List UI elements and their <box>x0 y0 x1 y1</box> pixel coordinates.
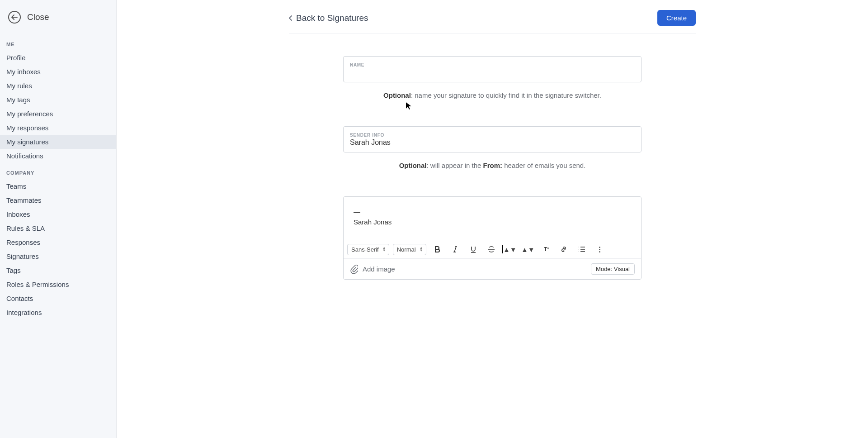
sender-hint: Optional: will appear in the From: heade… <box>343 162 642 169</box>
name-hint: Optional: name your signature to quickly… <box>343 91 642 99</box>
nav-profile[interactable]: Profile <box>0 51 116 65</box>
nav-my-responses[interactable]: My responses <box>0 121 116 135</box>
font-family-select[interactable]: Sans-Serif ▲▼ <box>347 244 389 255</box>
more-options-button[interactable] <box>593 243 607 256</box>
nav-responses[interactable]: Responses <box>0 235 116 249</box>
sender-hint-strong1: Optional <box>399 162 427 169</box>
name-input[interactable] <box>350 68 635 76</box>
nav-signatures[interactable]: Signatures <box>0 249 116 263</box>
nav-tags-company[interactable]: Tags <box>0 263 116 277</box>
nav-rules-sla[interactable]: Rules & SLA <box>0 221 116 235</box>
stepper-icon: ▲▼ <box>382 247 386 252</box>
editor-toolbar: Sans-Serif ▲▼ Normal ▲▼ <box>344 240 641 258</box>
sender-hint-strong2: From: <box>483 162 503 169</box>
create-button[interactable]: Create <box>657 10 696 26</box>
name-hint-rest: : name your signature to quickly find it… <box>411 91 601 99</box>
editor-line2: Sarah Jonas <box>354 217 631 228</box>
nav-my-signatures[interactable]: My signatures <box>0 135 116 149</box>
nav-my-tags[interactable]: My tags <box>0 93 116 107</box>
nav-my-inboxes[interactable]: My inboxes <box>0 65 116 79</box>
list-button[interactable] <box>575 243 589 256</box>
nav-teammates[interactable]: Teammates <box>0 193 116 207</box>
name-field[interactable]: NAME <box>343 56 642 82</box>
section-me: ME <box>0 34 116 51</box>
nav-inboxes[interactable]: Inboxes <box>0 207 116 221</box>
highlight-color-button[interactable]: T ▲▼ <box>520 243 535 256</box>
section-company: COMPANY <box>0 163 116 179</box>
settings-sidebar: Close ME Profile My inboxes My rules My … <box>0 0 117 438</box>
nav-my-preferences[interactable]: My preferences <box>0 107 116 121</box>
sender-field[interactable]: SENDER INFO <box>343 126 642 152</box>
clear-format-button[interactable]: T× <box>538 243 553 256</box>
strikethrough-button[interactable] <box>484 243 499 256</box>
stepper-icon: ▲▼ <box>503 246 517 253</box>
name-field-label: NAME <box>350 62 635 67</box>
signature-editor: — Sarah Jonas Sans-Serif ▲▼ Normal ▲▼ <box>343 196 642 280</box>
add-image-button[interactable]: Add image <box>350 265 395 274</box>
sender-input[interactable] <box>350 138 635 147</box>
sender-hint-mid: : will appear in the <box>426 162 483 169</box>
chevron-left-icon <box>289 15 292 21</box>
name-hint-strong: Optional <box>383 91 411 99</box>
bold-button[interactable] <box>430 243 444 256</box>
close-label: Close <box>27 12 49 22</box>
stepper-icon: ▲▼ <box>420 247 423 252</box>
svg-text:×: × <box>547 246 549 250</box>
main-content: Back to Signatures Create NAME Optional:… <box>117 0 868 438</box>
link-button[interactable] <box>557 243 571 256</box>
nav-notifications[interactable]: Notifications <box>0 149 116 163</box>
nav-contacts[interactable]: Contacts <box>0 291 116 305</box>
close-button[interactable]: Close <box>0 8 116 34</box>
font-family-value: Sans-Serif <box>351 246 379 253</box>
mode-toggle[interactable]: Mode: Visual <box>591 263 635 275</box>
back-link-label: Back to Signatures <box>296 13 368 23</box>
editor-footer: Add image Mode: Visual <box>344 258 641 279</box>
font-size-select[interactable]: Normal ▲▼ <box>393 244 426 255</box>
font-size-value: Normal <box>397 246 416 253</box>
signature-form: NAME Optional: name your signature to qu… <box>343 56 642 280</box>
nav-teams[interactable]: Teams <box>0 179 116 193</box>
editor-line1: — <box>354 207 631 217</box>
more-vertical-icon <box>599 247 600 252</box>
nav-my-rules[interactable]: My rules <box>0 79 116 93</box>
paperclip-icon <box>350 265 358 274</box>
sender-hint-rest: header of emails you send. <box>502 162 585 169</box>
stepper-icon: ▲▼ <box>521 246 535 253</box>
italic-button[interactable] <box>448 243 462 256</box>
sender-field-label: SENDER INFO <box>350 133 635 138</box>
add-image-label: Add image <box>363 265 395 273</box>
back-arrow-icon <box>8 11 21 24</box>
text-color-button[interactable]: ▲▼ <box>502 243 517 256</box>
back-link[interactable]: Back to Signatures <box>289 13 368 23</box>
underline-button[interactable] <box>466 243 481 256</box>
nav-roles[interactable]: Roles & Permissions <box>0 277 116 291</box>
page-topbar: Back to Signatures Create <box>289 0 696 33</box>
editor-content[interactable]: — Sarah Jonas <box>344 197 641 240</box>
nav-integrations[interactable]: Integrations <box>0 305 116 319</box>
